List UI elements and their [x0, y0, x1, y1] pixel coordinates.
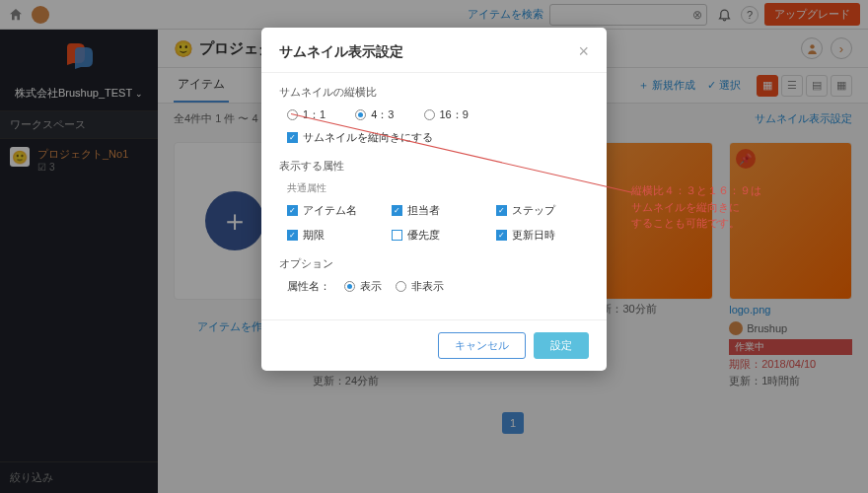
modal-title: サムネイル表示設定 — [279, 43, 403, 61]
attr-checkbox[interactable]: ✓担当者 — [392, 203, 484, 218]
attr-checkbox[interactable]: ✓更新日時 — [496, 228, 589, 243]
attr-checkbox[interactable]: ✓アイテム名 — [287, 203, 380, 218]
ok-button[interactable]: 設定 — [534, 332, 589, 359]
portrait-checkbox[interactable]: ✓サムネイルを縦向きにする — [279, 130, 589, 145]
ratio-option[interactable]: 4：3 — [355, 107, 394, 122]
option-label: オプション — [279, 256, 589, 271]
attr-name-label: 属性名： — [287, 279, 330, 294]
annotation-text: 縦横比４：３と１６：９は サムネイルを縦向きに することも可能です。 — [631, 182, 761, 232]
thumbnail-settings-modal: サムネイル表示設定 × サムネイルの縦横比 1：14：316：9 ✓サムネイルを… — [261, 28, 607, 371]
cancel-button[interactable]: キャンセル — [438, 332, 526, 359]
ratio-option[interactable]: 16：9 — [424, 107, 469, 122]
show-radio[interactable]: 表示 — [344, 279, 382, 294]
ratio-label: サムネイルの縦横比 — [279, 85, 589, 100]
close-icon[interactable]: × — [578, 41, 589, 62]
attr-checkbox[interactable]: ✓期限 — [287, 228, 380, 243]
attr-checkbox[interactable]: ✓ステップ — [496, 203, 589, 218]
modal-overlay[interactable]: サムネイル表示設定 × サムネイルの縦横比 1：14：316：9 ✓サムネイルを… — [0, 0, 868, 493]
hide-radio[interactable]: 非表示 — [396, 279, 444, 294]
common-attrs-label: 共通属性 — [279, 181, 589, 195]
attr-checkbox[interactable]: 優先度 — [392, 228, 484, 243]
